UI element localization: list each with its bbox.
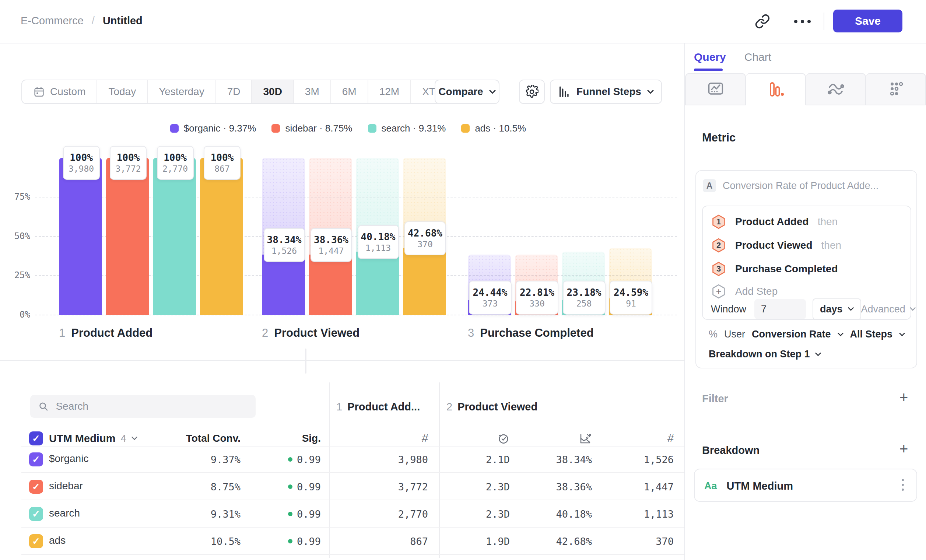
- metric-value: 38.34%: [514, 452, 592, 467]
- bar-value-label: 3,772: [115, 164, 141, 174]
- bar-pct-label: 24.44%: [473, 287, 508, 298]
- step-number: 3: [468, 327, 474, 340]
- bar-label: 100%3,772: [110, 146, 147, 180]
- breakdown-heading: Breakdown: [702, 444, 760, 457]
- bar-step1-ads[interactable]: [200, 158, 243, 315]
- window-value-input[interactable]: [754, 299, 806, 319]
- table-row-search[interactable]: ✓search9.31%0.992,7702.3D40.18%1,113: [0, 500, 684, 528]
- metric-value: 370: [596, 534, 674, 549]
- metric-icon-cell[interactable]: [548, 430, 592, 447]
- measured-scope-dropdown[interactable]: All Steps: [850, 328, 893, 340]
- chart-type-grid-tab[interactable]: [866, 73, 926, 105]
- bar-step1-sidebar[interactable]: [106, 158, 149, 315]
- count-icon: #: [667, 432, 675, 445]
- bar-pct-label: 42.68%: [408, 228, 442, 239]
- advanced-label: Advanced: [861, 304, 905, 315]
- metric-value: 867: [351, 534, 428, 549]
- panel-tabs: Query Chart: [694, 51, 771, 64]
- breakdown-on-dropdown[interactable]: Breakdown on Step 1: [709, 348, 821, 360]
- bar-pct-label: 38.36%: [314, 234, 348, 245]
- total-conv-header: Total Conv.: [152, 430, 241, 446]
- bar-label: 40.18%1,113: [358, 225, 399, 259]
- y-axis-tick: 25%: [5, 270, 30, 281]
- y-axis-tick: 50%: [5, 231, 30, 242]
- sig-value: 0.99: [240, 534, 321, 549]
- step-suffix: then: [818, 216, 838, 228]
- breakdown-property-name: UTM Medium: [727, 480, 793, 492]
- step-event-name: Purchase Completed: [735, 263, 838, 275]
- metric-value: 2.3D: [433, 507, 510, 521]
- metric-title-row[interactable]: A Conversion Rate of Product Adde...: [703, 179, 879, 192]
- chart-table-divider: [0, 360, 684, 361]
- row-checkbox[interactable]: ✓: [29, 453, 43, 466]
- chevron-down-icon: [815, 353, 821, 356]
- layout-split-button[interactable]: [306, 349, 306, 362]
- row-checkbox[interactable]: ✓: [29, 480, 43, 494]
- save-button[interactable]: Save: [833, 9, 902, 32]
- percent-prefix: %: [709, 328, 717, 340]
- total-conv-value: 8.75%: [152, 479, 241, 494]
- row-name: ads: [49, 534, 159, 548]
- add-breakdown-button[interactable]: +: [899, 441, 908, 456]
- bar-step2-search[interactable]: [356, 252, 399, 315]
- metric-value: 1,447: [596, 479, 674, 494]
- breakdown-table: 1Product Add...2Product Viewed✓UTM Mediu…: [0, 380, 684, 560]
- sig-value: 0.99: [240, 479, 321, 494]
- bar-step2-organic[interactable]: [262, 254, 305, 315]
- group-column-label[interactable]: UTM Medium4: [49, 430, 138, 446]
- table-row-organic[interactable]: ✓$organic9.37%0.993,9802.1D38.34%1,526: [0, 446, 684, 473]
- layout-chart-only-button[interactable]: [306, 349, 306, 362]
- property-type-icon: Aa: [704, 480, 717, 492]
- active-tab-underline: [694, 68, 723, 71]
- measured-metric-dropdown[interactable]: Conversion Rate: [752, 328, 831, 340]
- layout-table-only-button[interactable]: [306, 349, 306, 362]
- bar-step1-search[interactable]: [153, 158, 196, 315]
- query-step-3[interactable]: 3Purchase Completed: [711, 257, 902, 281]
- link-icon: [755, 14, 770, 29]
- select-all-checkbox[interactable]: ✓: [29, 431, 43, 445]
- metric-icon-cell[interactable]: [466, 430, 510, 447]
- measured-entity[interactable]: User: [724, 328, 745, 340]
- advanced-toggle[interactable]: Advanced: [861, 304, 916, 315]
- metric-icon-cell[interactable]: #: [629, 430, 674, 447]
- bar-step1-organic[interactable]: [59, 158, 102, 315]
- avg-time-icon: [497, 432, 510, 445]
- tab-chart[interactable]: Chart: [744, 51, 771, 64]
- bar-value-label: 370: [417, 239, 433, 249]
- chart-type-funnel-tab[interactable]: [746, 73, 806, 105]
- significance-dot: [288, 457, 292, 462]
- total-conv-value: 10.5%: [152, 534, 241, 549]
- bar-pct-label: 40.18%: [361, 232, 396, 242]
- table-row-sidebar[interactable]: ✓sidebar8.75%0.993,7722.3D38.36%1,447: [0, 473, 684, 500]
- dots-grid-icon: [887, 80, 905, 98]
- query-step-2[interactable]: 2Product Viewedthen: [711, 233, 902, 257]
- table-row-ads[interactable]: ✓ads10.5%0.998671.9D42.68%370: [0, 528, 684, 555]
- row-divider: [21, 554, 684, 555]
- row-checkbox[interactable]: ✓: [29, 507, 43, 521]
- step-suffix: then: [822, 239, 842, 251]
- query-step-1[interactable]: 1Product Addedthen: [711, 210, 902, 233]
- count-icon: #: [421, 432, 429, 445]
- window-unit-select[interactable]: days: [813, 298, 861, 320]
- chart-type-line-tab[interactable]: [685, 73, 746, 105]
- row-checkbox[interactable]: ✓: [29, 534, 43, 548]
- more-menu-button[interactable]: [792, 11, 813, 32]
- flow-icon: [827, 80, 844, 98]
- metric-value: 3,980: [351, 452, 428, 467]
- funnel-analysis-app: E-Commerce / Untitled Save CustomTodayYe…: [0, 0, 926, 560]
- window-row: Window days Advanced: [711, 299, 904, 319]
- y-axis-tick: 75%: [5, 192, 30, 203]
- metric-icon-cell[interactable]: #: [384, 430, 428, 447]
- chevron-down-icon: [838, 333, 843, 336]
- add-filter-button[interactable]: +: [899, 390, 908, 404]
- bar-step2-ads[interactable]: [403, 248, 446, 315]
- share-link-button[interactable]: [752, 11, 773, 32]
- step-axis-label-1: 1Product Added: [59, 327, 153, 340]
- metric-card: A Conversion Rate of Product Adde... 1Pr…: [695, 170, 917, 368]
- chart-type-flow-tab[interactable]: [806, 73, 866, 105]
- bar-label: 42.68%370: [404, 221, 446, 255]
- bar-step2-sidebar[interactable]: [309, 254, 352, 315]
- breakdown-property-card[interactable]: Aa UTM Medium: [694, 469, 917, 502]
- kebab-menu-icon[interactable]: [902, 479, 904, 491]
- tab-query[interactable]: Query: [694, 51, 726, 64]
